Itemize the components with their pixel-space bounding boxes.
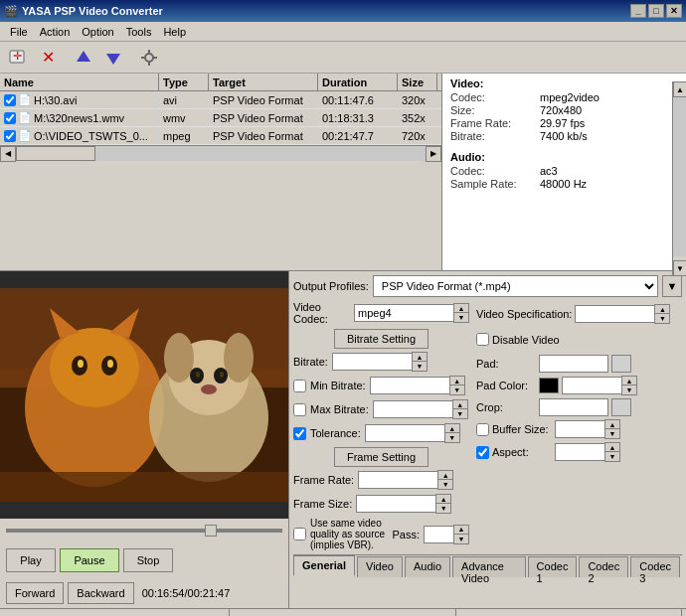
tolerance-checkbox[interactable] [293,427,306,440]
pad-color-down[interactable]: ▼ [622,385,636,394]
frame-size-input[interactable]: 320x240 [356,495,435,513]
tab-codec3[interactable]: Codec 3 [630,556,680,577]
file-checkbox-0[interactable] [4,94,16,106]
buffer-size-spinner: ▲ ▼ [604,419,620,439]
table-row[interactable]: 📄 O:\VIDEO_TSWTS_0... mpeg PSP Video For… [0,127,441,145]
forward-button[interactable]: Forward [6,582,64,604]
buffer-size-down[interactable]: ▼ [605,429,619,438]
stop-button[interactable]: Stop [123,548,173,572]
tolerance-up[interactable]: ▲ [445,424,459,433]
min-bitrate-checkbox[interactable] [293,380,306,392]
aspect-down[interactable]: ▼ [605,452,619,461]
frame-rate-up[interactable]: ▲ [438,471,452,480]
video-codec-up[interactable]: ▲ [454,304,468,313]
buffer-size-input[interactable]: 0 [555,420,604,438]
tab-codec1[interactable]: Codec 1 [528,556,578,577]
scroll-right-arrow[interactable]: ▶ [426,146,441,162]
bitrate-up[interactable]: ▲ [413,353,427,362]
min-bitrate-up[interactable]: ▲ [450,377,464,385]
frame-size-down[interactable]: ▼ [436,504,450,513]
scroll-thumb[interactable] [16,146,95,161]
table-row[interactable]: 📄 H:\30.avi avi PSP Video Format 00:11:4… [0,91,441,109]
table-row[interactable]: 📄 M:\320news1.wmv wmv PSP Video Format 0… [0,109,441,127]
size-label: Size: [450,104,540,116]
remove-button[interactable]: ✕ [34,45,62,71]
max-bitrate-up[interactable]: ▲ [453,400,467,409]
disable-video-checkbox[interactable] [476,333,489,346]
file-checkbox-1[interactable] [4,112,16,124]
aspect-label: Aspect: [492,446,552,458]
settings-button[interactable] [135,45,163,71]
pad-color-up[interactable]: ▲ [622,377,636,385]
pad-input[interactable]: 0;0;0;0 [539,355,608,373]
tab-codec2[interactable]: Codec 2 [579,556,628,577]
menu-help[interactable]: Help [157,24,192,40]
tolerance-input[interactable]: 4000 [365,424,444,442]
tab-video[interactable]: Video [357,556,403,577]
output-profiles-arrow[interactable]: ▼ [662,275,682,297]
pad-button[interactable] [611,355,631,373]
minimize-button[interactable]: _ [630,4,646,18]
menu-file[interactable]: File [4,24,34,40]
buffer-size-up[interactable]: ▲ [605,420,619,429]
menu-bar: File Action Option Tools Help [0,22,686,42]
crop-input[interactable]: 0;0;0;0 [539,398,608,416]
tab-generial[interactable]: Generial [293,555,355,576]
backward-button[interactable]: Backward [68,582,133,604]
tab-advance-video[interactable]: Advance Video [452,556,526,577]
aspect-checkbox[interactable] [476,446,489,459]
frame-rate-down[interactable]: ▼ [438,480,452,489]
move-down-button[interactable] [99,45,127,71]
scroll-up-arrow[interactable]: ▲ [673,81,686,97]
pass-down[interactable]: ▼ [454,535,468,543]
pad-color-input[interactable]: clBlack [562,377,621,394]
scroll-down-arrow[interactable]: ▼ [673,260,686,270]
bitrate-setting-button[interactable]: Bitrate Setting [334,329,429,349]
video-spec-down[interactable]: ▼ [655,314,669,323]
menu-action[interactable]: Action [34,24,77,40]
max-bitrate-input[interactable]: 0 [373,400,452,418]
min-bitrate-down[interactable]: ▼ [450,385,464,394]
add-files-button[interactable]: ✛ [4,45,32,71]
video-spec-up[interactable]: ▲ [655,305,669,314]
frame-rate-input[interactable]: 29.97 [358,471,437,489]
close-button[interactable]: ✕ [666,4,682,18]
aspect-row: Aspect: 1.78 ▲ ▼ [476,442,679,462]
pass-input[interactable]: 1 [424,526,453,543]
scroll-left-arrow[interactable]: ◀ [0,146,16,162]
video-spec-input[interactable] [575,305,654,323]
max-bitrate-down[interactable]: ▼ [453,409,467,418]
maximize-button[interactable]: □ [648,4,664,18]
tab-audio[interactable]: Audio [405,556,450,577]
move-up-button[interactable] [70,45,97,71]
max-bitrate-checkbox[interactable] [293,403,306,416]
pass-up[interactable]: ▲ [454,526,468,535]
min-bitrate-input[interactable]: 0 [370,377,449,394]
bitrate-down[interactable]: ▼ [413,362,427,371]
pause-button[interactable]: Pause [60,548,119,572]
max-bitrate-container: 0 ▲ ▼ [373,399,468,419]
file-checkbox-2[interactable] [4,130,16,142]
buffer-size-container: 0 ▲ ▼ [555,419,620,439]
scroll-track[interactable] [16,146,426,161]
tolerance-down[interactable]: ▼ [445,433,459,442]
video-progress-slider[interactable] [6,529,282,533]
video-slider-area [0,519,288,542]
aspect-up[interactable]: ▲ [605,443,619,452]
use-source-quality-checkbox[interactable] [293,528,306,540]
video-codec-input[interactable] [354,304,453,322]
frame-setting-button[interactable]: Frame Setting [334,447,429,467]
pad-label: Pad: [476,358,536,370]
frame-size-up[interactable]: ▲ [436,495,450,504]
buffer-size-checkbox[interactable] [476,423,489,436]
crop-button[interactable] [611,398,631,416]
video-codec-down[interactable]: ▼ [454,313,468,322]
menu-option[interactable]: Option [76,24,119,40]
frame-rate-container: 29.97 ▲ ▼ [358,470,453,490]
output-profiles-dropdown[interactable]: PSP Video Format (*.mp4) [373,275,658,297]
pad-color-swatch[interactable] [539,378,559,393]
aspect-input[interactable]: 1.78 [555,443,604,461]
bitrate-input[interactable]: 652 [332,353,412,371]
play-button[interactable]: Play [6,548,56,572]
menu-tools[interactable]: Tools [120,24,158,40]
